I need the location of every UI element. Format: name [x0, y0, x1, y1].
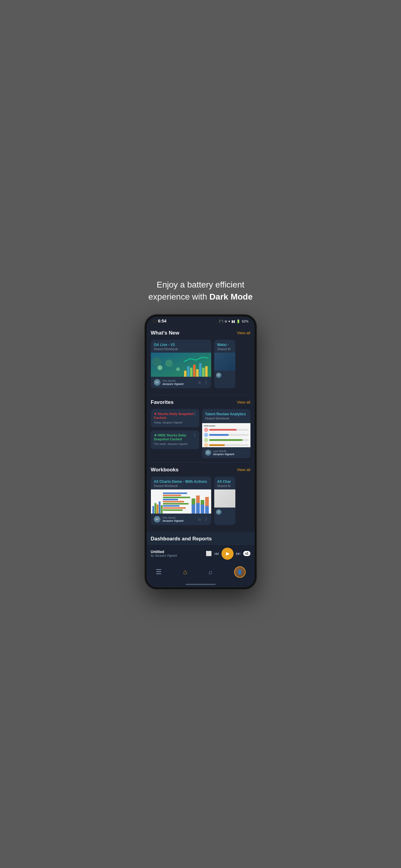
battery-icon: 🔋: [236, 319, 240, 323]
home-indicator: [147, 583, 255, 587]
whats-new-view-all[interactable]: View all: [237, 331, 251, 335]
favorites-view-all[interactable]: View all: [237, 400, 251, 404]
battery-percent: 62%: [242, 319, 248, 323]
hamburger-icon: ☰: [156, 568, 162, 576]
phone-content: What's New View all OA Live - V2 Shared …: [147, 326, 255, 587]
nav-search-icon[interactable]: ⌕: [208, 568, 212, 576]
wb-thumbnail-1: [151, 490, 211, 514]
svg-point-4: [152, 357, 162, 366]
svg-point-2: [165, 360, 173, 367]
favorites-grid: ★ Stocks Daily Snapshot Cached - Today, …: [151, 409, 251, 458]
favorites-section: Favorites View all ★ Stocks Daily Snapsh…: [147, 395, 255, 458]
whats-new-card-1[interactable]: OA Live - V2 Shared Workbook: [151, 340, 211, 388]
wifi-icon: ▾: [228, 319, 230, 323]
wb-chart-1: [151, 490, 211, 514]
svg-rect-14: [152, 506, 154, 514]
wb-footer-2: JV: [214, 507, 235, 517]
wb-star-1[interactable]: ☆: [198, 517, 202, 522]
card-thumbnail-2: [214, 352, 235, 371]
media-play-icon: ▶: [226, 551, 230, 556]
hcm-row-3: [204, 438, 249, 442]
media-next-btn[interactable]: ⏭: [236, 551, 241, 556]
star-icon-1[interactable]: ☆: [198, 380, 202, 385]
wb-actions-1: ☆ ⋮: [198, 517, 208, 522]
signal-icon: ▮▮: [231, 319, 235, 323]
media-speed[interactable]: x1: [243, 551, 250, 556]
favorites-header: Favorites View all: [151, 399, 251, 405]
headline-line1: Enjoy a battery efficient: [156, 280, 245, 289]
fav-more-1[interactable]: ⋮: [193, 411, 197, 416]
media-player-bar: Untitled by Jacques Vigeant ⬜ ⏮ ▶ ⏭ x1: [147, 544, 255, 563]
bottom-nav: ☰ ⌂ ⌕ 👤: [147, 563, 255, 583]
fav-title-2: ★ HIDE Stocks Daily Snapshot Cached: [154, 433, 196, 441]
card-actions-1: ☆ ⋮: [198, 380, 208, 385]
svg-rect-5: [184, 371, 187, 377]
fav-title-1: ★ Stocks Daily Snapshot Cached -: [154, 412, 196, 420]
whats-new-header: What's New View all: [151, 330, 251, 336]
wb-title-1: All Charts Demo - With Actions: [154, 479, 208, 484]
card-author-1: Jacques Vigeant: [162, 382, 184, 385]
svg-rect-7: [190, 368, 193, 377]
svg-rect-27: [163, 509, 182, 511]
minus-icon: ⊖: [225, 319, 227, 323]
dashboards-header: Dashboards and Reports: [151, 536, 251, 542]
wb-header-1: All Charts Demo - With Actions Shared Wo…: [151, 476, 211, 490]
nav-home-icon[interactable]: ⌂: [183, 568, 187, 576]
vibrate-icon: 📳: [219, 319, 223, 323]
card-header-1: OA Live - V2 Shared Workbook: [151, 340, 211, 352]
more-icon-1[interactable]: ⋮: [204, 380, 208, 385]
svg-rect-10: [199, 363, 202, 377]
favorites-title: Favorites: [151, 399, 174, 405]
svg-rect-17: [159, 501, 161, 514]
svg-rect-29: [192, 498, 195, 504]
status-bar: 6:54 📳 ⊖ ▾ ▮▮ 🔋 62%: [147, 316, 255, 326]
wb-avatar-2: JV: [216, 509, 222, 515]
fav-card-right[interactable]: Talent Review Analytics Shared Workbook …: [202, 409, 251, 458]
svg-rect-15: [154, 503, 156, 514]
whats-new-section: What's New View all OA Live - V2 Shared …: [147, 326, 255, 393]
workbooks-cards-row: All Charts Demo - With Actions Shared Wo…: [151, 476, 251, 529]
fav-right-footer: JV Last Month Jacques Vigeant: [202, 447, 251, 458]
svg-rect-20: [163, 495, 181, 496]
fav-right-header: Talent Review Analytics Shared Workbook: [202, 409, 251, 423]
home-icon: ⌂: [183, 568, 187, 576]
media-info: Untitled by Jacques Vigeant: [151, 550, 203, 557]
nav-user-avatar[interactable]: 👤: [234, 566, 246, 578]
svg-rect-12: [205, 366, 208, 377]
svg-rect-22: [163, 499, 178, 500]
workbooks-section: Workbooks View all All Charts Demo - Wit…: [147, 463, 255, 529]
svg-rect-19: [163, 493, 187, 494]
workbooks-header: Workbooks View all: [151, 467, 251, 473]
nav-menu-icon[interactable]: ☰: [156, 568, 162, 576]
card-subtitle-1: Shared Workbook: [154, 347, 208, 351]
whats-new-card-2[interactable]: Watsi - Shared W JV: [214, 340, 235, 388]
favorites-left-col: ★ Stocks Daily Snapshot Cached - Today, …: [151, 409, 199, 458]
fav-right-image: HCM Analytic: [202, 423, 251, 447]
whats-new-title: What's New: [151, 330, 179, 336]
wb-thumbnail-2: [214, 490, 235, 507]
wb-more-1[interactable]: ⋮: [204, 517, 208, 522]
headline-line2: experience with: [148, 292, 209, 301]
workbooks-view-all[interactable]: View all: [237, 467, 251, 472]
fav-meta-1: Today, Jacques Vigeant: [154, 421, 196, 425]
fav-right-sub: Shared Workbook: [205, 417, 248, 420]
card-header-2: Watsi - Shared W: [214, 340, 235, 352]
svg-point-3: [176, 367, 180, 371]
svg-rect-6: [187, 366, 190, 377]
media-prev-btn[interactable]: ⏮: [214, 551, 219, 556]
avatar-2: JV: [216, 373, 222, 378]
fav-right-title: Talent Review Analytics: [205, 412, 248, 416]
workbook-card-1[interactable]: All Charts Demo - With Actions Shared Wo…: [151, 476, 211, 525]
fav-card-2[interactable]: ★ HIDE Stocks Daily Snapshot Cached This…: [151, 430, 199, 449]
workbook-card-2[interactable]: All Char Shared W JV: [214, 476, 235, 525]
headline: Enjoy a battery efficient experience wit…: [142, 279, 259, 302]
wb-avatar-1: JV: [154, 516, 161, 523]
media-play-button[interactable]: ▶: [222, 548, 233, 560]
svg-point-1: [157, 365, 162, 370]
wb-avatar-info-1: This Month Jacques Vigeant: [162, 516, 184, 522]
fav-more-2[interactable]: ⋮: [193, 433, 197, 437]
media-square-btn[interactable]: ⬜: [206, 551, 212, 556]
status-time: 6:54: [158, 318, 167, 323]
fav-card-1[interactable]: ★ Stocks Daily Snapshot Cached - Today, …: [151, 409, 199, 428]
wb-author-1: Jacques Vigeant: [162, 519, 184, 522]
